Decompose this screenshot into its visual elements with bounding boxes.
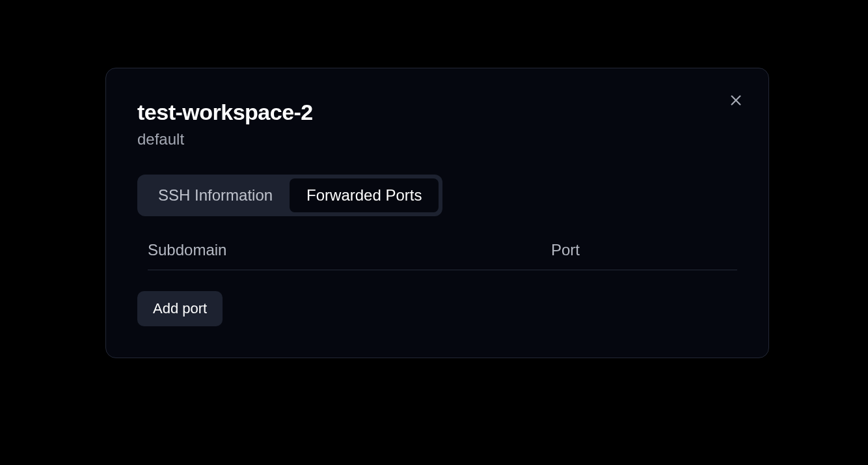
workspace-target: default <box>137 130 737 148</box>
add-port-button[interactable]: Add port <box>137 291 223 326</box>
column-port: Port <box>551 241 580 259</box>
tab-ssh-information[interactable]: SSH Information <box>141 178 290 212</box>
workspace-connection-dialog: test-workspace-2 default SSH Information… <box>105 68 769 358</box>
workspace-title: test-workspace-2 <box>137 100 737 125</box>
column-subdomain: Subdomain <box>148 241 551 259</box>
tab-group: SSH Information Forwarded Ports <box>137 175 442 216</box>
tab-forwarded-ports[interactable]: Forwarded Ports <box>290 178 439 212</box>
port-table-header: Subdomain Port <box>148 241 737 270</box>
close-icon <box>729 93 743 109</box>
close-button[interactable] <box>724 89 748 113</box>
